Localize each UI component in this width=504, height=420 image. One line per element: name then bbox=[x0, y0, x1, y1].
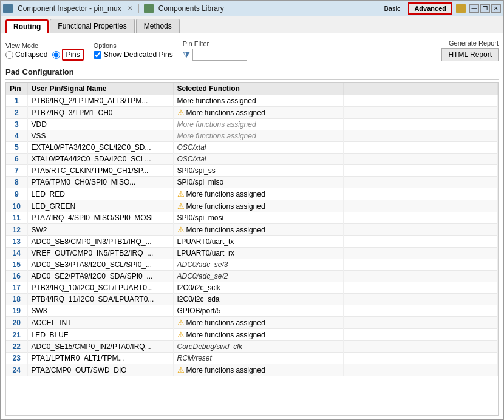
cell-pin: 6 bbox=[6, 154, 27, 165]
cell-selected-function: LPUART0/uart_tx bbox=[173, 236, 343, 248]
tab-bar: Routing Functional Properties Methods bbox=[1, 16, 503, 33]
collapsed-radio[interactable] bbox=[5, 51, 13, 59]
minimize-button[interactable]: — bbox=[469, 4, 479, 13]
cell-user-pin: PTA1/LPTMR0_ALT1/TPM... bbox=[27, 353, 173, 364]
table-row[interactable]: 8PTA6/TPM0_CH0/SPI0_MISO...SPI0/spi_miso bbox=[6, 177, 498, 188]
show-dedicated-pins-item: Show Dedicated Pins bbox=[94, 50, 173, 59]
cell-selected-function: ⚠More functions assigned bbox=[173, 224, 343, 236]
table-row[interactable]: 13ADC0_SE8/CMP0_IN3/PTB1/IRQ_...LPUART0/… bbox=[6, 236, 498, 248]
cell-extra bbox=[343, 200, 498, 212]
close-button[interactable]: ✕ bbox=[491, 4, 501, 13]
cell-user-pin: PTB7/IRQ_3/TPM1_CH0 bbox=[27, 107, 173, 119]
table-row[interactable]: 17PTB3/IRQ_10/I2C0_SCL/LPUART0...I2C0/i2… bbox=[6, 282, 498, 294]
table-row[interactable]: 18PTB4/IRQ_11/I2C0_SDA/LPUART0...I2C0/i2… bbox=[6, 294, 498, 305]
cell-selected-function: OSC/xtal bbox=[173, 142, 343, 154]
cell-extra bbox=[343, 107, 498, 119]
components-library-icon bbox=[144, 4, 154, 13]
cell-selected-function: OSC/xtal bbox=[173, 154, 343, 165]
table-body: 1PTB6/IRQ_2/LPTMR0_ALT3/TPM...More funct… bbox=[6, 95, 498, 376]
table-row[interactable]: 1PTB6/IRQ_2/LPTMR0_ALT3/TPM...More funct… bbox=[6, 95, 498, 107]
show-dedicated-pins-checkbox[interactable] bbox=[94, 51, 101, 59]
table-row[interactable]: 16ADC0_SE2/PTA9/I2C0_SDA/SPI0_...ADC0/ad… bbox=[6, 271, 498, 282]
table-row[interactable]: 20ACCEL_INT⚠More functions assigned bbox=[6, 317, 498, 329]
library-title: Components Library bbox=[158, 4, 224, 13]
cell-pin: 12 bbox=[6, 224, 27, 236]
pins-radio[interactable] bbox=[52, 51, 60, 59]
tab-methods[interactable]: Methods bbox=[136, 19, 180, 33]
main-window: Component Inspector - pin_mux ✕ Componen… bbox=[0, 0, 504, 420]
table-row[interactable]: 21LED_BLUE⚠More functions assigned bbox=[6, 329, 498, 341]
pin-filter-label: Pin Filter bbox=[183, 40, 247, 47]
cell-extra bbox=[343, 341, 498, 353]
table-row[interactable]: 23PTA1/LPTMR0_ALT1/TPM...RCM/reset bbox=[6, 353, 498, 364]
cell-selected-function: More functions assigned bbox=[173, 130, 343, 142]
cell-user-pin: ACCEL_INT bbox=[27, 317, 173, 329]
pad-config-table: Pin User Pin/Signal Name Selected Functi… bbox=[6, 83, 498, 376]
cell-selected-function: RCM/reset bbox=[173, 353, 343, 364]
cell-selected-function: More functions assigned bbox=[173, 119, 343, 130]
table-header-row: Pin User Pin/Signal Name Selected Functi… bbox=[6, 83, 498, 95]
star-icon bbox=[456, 4, 466, 13]
pad-config-header: Pad Configuration bbox=[5, 64, 499, 80]
cell-selected-function: SPI0/spi_mosi bbox=[173, 212, 343, 224]
cell-selected-function: ⚠More functions assigned bbox=[173, 317, 343, 329]
table-row[interactable]: 4VSSMore functions assigned bbox=[6, 130, 498, 142]
cell-selected-function: ADC0/adc_se/3 bbox=[173, 259, 343, 271]
cell-user-pin: ADC0_SE2/PTA9/I2C0_SDA/SPI0_... bbox=[27, 271, 173, 282]
cell-user-pin: LED_GREEN bbox=[27, 200, 173, 212]
html-report-button[interactable]: HTML Report bbox=[441, 48, 499, 61]
table-row[interactable]: 15ADC0_SE3/PTA8/I2C0_SCL/SPI0_...ADC0/ad… bbox=[6, 259, 498, 271]
table-row[interactable]: 7PTA5/RTC_CLKIN/TPM0_CH1/SP...SPI0/spi_s… bbox=[6, 165, 498, 177]
cell-pin: 23 bbox=[6, 353, 27, 364]
cell-pin: 1 bbox=[6, 95, 27, 107]
table-row[interactable]: 9LED_RED⚠More functions assigned bbox=[6, 188, 498, 200]
collapsed-radio-item: Collapsed bbox=[5, 50, 47, 59]
table-row[interactable]: 2PTB7/IRQ_3/TPM1_CH0⚠More functions assi… bbox=[6, 107, 498, 119]
cell-pin: 24 bbox=[6, 364, 27, 376]
toolbar: View Mode Collapsed Pins Options bbox=[5, 37, 499, 64]
generate-report-label: Generate Report bbox=[449, 39, 499, 47]
options-label: Options bbox=[94, 42, 173, 49]
cell-user-pin: PTB6/IRQ_2/LPTMR0_ALT3/TPM... bbox=[27, 95, 173, 107]
table-row[interactable]: 5EXTAL0/PTA3/I2C0_SCL/I2C0_SD...OSC/xtal bbox=[6, 142, 498, 154]
pad-config-table-container[interactable]: Pin User Pin/Signal Name Selected Functi… bbox=[5, 82, 499, 416]
cell-extra bbox=[343, 212, 498, 224]
cell-user-pin: ADC0_SE8/CMP0_IN3/PTB1/IRQ_... bbox=[27, 236, 173, 248]
advanced-button[interactable]: Advanced bbox=[408, 2, 452, 15]
show-dedicated-pins-label: Show Dedicated Pins bbox=[104, 50, 173, 59]
table-row[interactable]: 3VDDMore functions assigned bbox=[6, 119, 498, 130]
cell-pin: 20 bbox=[6, 317, 27, 329]
col-header-pin: Pin bbox=[6, 83, 27, 95]
tab-functional-properties[interactable]: Functional Properties bbox=[50, 19, 134, 33]
restore-button[interactable]: ❐ bbox=[480, 4, 490, 13]
table-row[interactable]: 6XTAL0/PTA4/I2C0_SDA/I2C0_SCL...OSC/xtal bbox=[6, 154, 498, 165]
cell-extra bbox=[343, 259, 498, 271]
table-row[interactable]: 19SW3GPIOB/port/5 bbox=[6, 305, 498, 317]
cell-user-pin: SW2 bbox=[27, 224, 173, 236]
view-mode-group: View Mode Collapsed Pins bbox=[5, 42, 84, 59]
cell-extra bbox=[343, 248, 498, 259]
table-row[interactable]: 11PTA7/IRQ_4/SPI0_MISO/SPI0_MOSISPI0/spi… bbox=[6, 212, 498, 224]
cell-pin: 7 bbox=[6, 165, 27, 177]
table-row[interactable]: 10LED_GREEN⚠More functions assigned bbox=[6, 200, 498, 212]
table-row[interactable]: 22ADC0_SE15/CMP0_IN2/PTA0/IRQ...CoreDebu… bbox=[6, 341, 498, 353]
cell-selected-function: SPI0/spi_ss bbox=[173, 165, 343, 177]
warning-icon: ⚠ bbox=[177, 225, 185, 234]
filter-icon: ⧩ bbox=[183, 50, 190, 60]
cell-pin: 18 bbox=[6, 294, 27, 305]
cell-user-pin: XTAL0/PTA4/I2C0_SDA/I2C0_SCL... bbox=[27, 154, 173, 165]
table-row[interactable]: 24PTA2/CMP0_OUT/SWD_DIO⚠More functions a… bbox=[6, 364, 498, 376]
inspector-close-icon[interactable]: ✕ bbox=[126, 5, 134, 12]
warning-icon: ⚠ bbox=[177, 330, 185, 339]
table-row[interactable]: 12SW2⚠More functions assigned bbox=[6, 224, 498, 236]
cell-pin: 3 bbox=[6, 119, 27, 130]
collapsed-label: Collapsed bbox=[15, 50, 47, 59]
table-row[interactable]: 14VREF_OUT/CMP0_IN5/PTB2/IRQ_...LPUART0/… bbox=[6, 248, 498, 259]
cell-extra bbox=[343, 364, 498, 376]
basic-button[interactable]: Basic bbox=[379, 3, 406, 14]
pin-filter-input[interactable] bbox=[192, 49, 247, 61]
cell-pin: 9 bbox=[6, 188, 27, 200]
tab-routing[interactable]: Routing bbox=[5, 19, 49, 33]
cell-pin: 13 bbox=[6, 236, 27, 248]
col-header-selected: Selected Function bbox=[173, 83, 343, 95]
